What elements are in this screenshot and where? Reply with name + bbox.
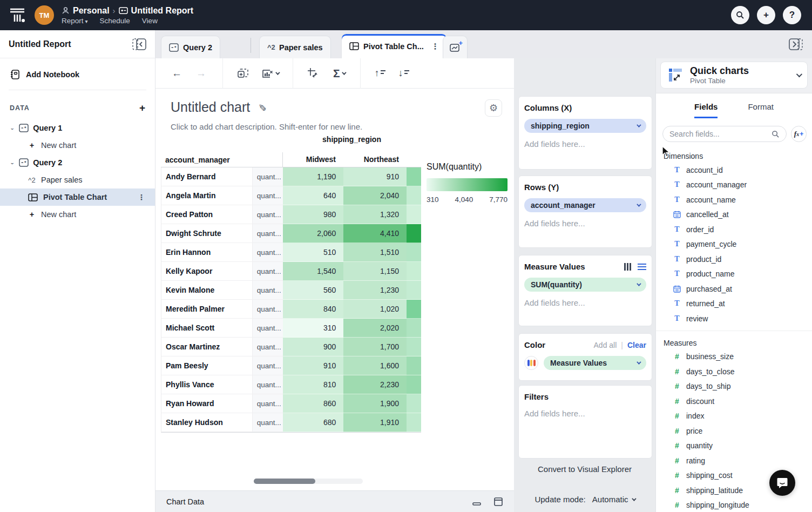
sidebar-new-chart-item[interactable]: +New chart	[0, 206, 155, 223]
pivot-partial-cell[interactable]	[407, 281, 421, 300]
collapse-sidebar-button[interactable]	[132, 38, 146, 50]
measure-values-add-fields[interactable]: Add fields here...	[524, 298, 646, 307]
maximize-panel-icon[interactable]	[493, 497, 503, 506]
app-logo-icon[interactable]	[0, 6, 35, 24]
chat-support-button[interactable]	[769, 470, 795, 496]
field-item-rating[interactable]: #rating	[656, 453, 812, 468]
measure-values-field-pill[interactable]: SUM(quantity)	[524, 278, 646, 292]
tab-format[interactable]: Format	[748, 102, 774, 118]
pivot-partial-cell[interactable]	[407, 205, 421, 224]
field-item-discount[interactable]: #discount	[656, 394, 812, 409]
pivot-value-cell[interactable]: 560	[283, 281, 344, 300]
pivot-partial-cell[interactable]	[407, 338, 421, 356]
tab-fields[interactable]: Fields	[694, 102, 718, 118]
tab-paper-sales[interactable]: ^2 Paper sales	[259, 36, 331, 58]
menu-report[interactable]: Report▾	[62, 17, 88, 25]
pivot-value-cell[interactable]: 840	[283, 300, 344, 319]
scrollbar-thumb[interactable]	[254, 479, 315, 484]
add-button[interactable]: +	[757, 6, 775, 24]
pivot-value-cell[interactable]: 810	[283, 375, 344, 394]
avatar[interactable]: TM	[35, 5, 54, 25]
field-item-purchased_at[interactable]: purchased_at	[656, 281, 812, 297]
add-notebook-button[interactable]: Add Notebook	[0, 58, 155, 87]
columns-layout-icon[interactable]	[624, 263, 631, 271]
pivot-value-cell[interactable]: 1,910	[343, 413, 407, 432]
pivot-value-cell[interactable]: 640	[283, 186, 344, 205]
remove-chart-element-button[interactable]	[262, 68, 279, 79]
color-field-pill[interactable]: Measure Values	[544, 356, 646, 370]
field-item-cancelled_at[interactable]: cancelled_at	[656, 207, 812, 223]
columns-x-add-fields[interactable]: Add fields here...	[524, 139, 646, 149]
pivot-value-cell[interactable]: 1,020	[343, 300, 407, 319]
sidebar-query-item[interactable]: ⌄*Query 2	[0, 154, 155, 171]
tab-query-2[interactable]: * Query 2	[161, 36, 220, 58]
pivot-value-cell[interactable]: 2,040	[343, 186, 407, 205]
pivot-value-cell[interactable]: 680	[283, 413, 344, 432]
filters-add-fields[interactable]: Add fields here...	[524, 409, 646, 418]
chart-settings-button[interactable]: ⚙	[485, 99, 502, 117]
help-button[interactable]: ?	[783, 6, 801, 24]
pivot-partial-cell[interactable]	[407, 413, 421, 432]
add-frame-button[interactable]	[237, 68, 249, 79]
undo-button[interactable]: ←	[172, 68, 182, 79]
chevron-down-icon[interactable]: ⌄	[10, 160, 15, 165]
pivot-partial-cell[interactable]	[407, 375, 421, 394]
field-item-days_to_ship[interactable]: #days_to_ship	[656, 379, 812, 394]
pivot-partial-cell[interactable]	[407, 356, 421, 375]
add-formula-button[interactable]: fx+	[791, 126, 807, 142]
rows-y-add-fields[interactable]: Add fields here...	[524, 219, 646, 228]
sidebar-item-pivot-table-chart[interactable]: Pivot Table Chart⋮	[0, 188, 155, 206]
pivot-partial-cell[interactable]	[407, 262, 421, 281]
pivot-partial-cell[interactable]	[407, 224, 421, 243]
new-chart-tab-button[interactable]: +	[443, 36, 468, 58]
pivot-value-cell[interactable]: 1,150	[343, 262, 407, 281]
pivot-partial-cell[interactable]	[407, 394, 421, 413]
add-data-button[interactable]: +	[139, 102, 145, 114]
field-item-account_manager[interactable]: Taccount_manager	[656, 178, 812, 193]
pivot-partial-cell[interactable]	[407, 167, 421, 186]
sort-ascending-button[interactable]: ↑	[375, 68, 385, 79]
field-item-product_id[interactable]: Tproduct_id	[656, 252, 812, 267]
color-palette-icon[interactable]	[524, 356, 538, 370]
pivot-partial-cell[interactable]	[407, 243, 421, 262]
pivot-value-cell[interactable]: 310	[283, 319, 344, 338]
pivot-value-cell[interactable]: 510	[283, 243, 344, 262]
sidebar-new-chart-item[interactable]: +New chart	[0, 137, 155, 154]
search-button[interactable]	[731, 6, 749, 24]
field-item-days_to_close[interactable]: #days_to_close	[656, 364, 812, 379]
pivot-partial-cell[interactable]	[407, 186, 421, 205]
menu-view[interactable]: View	[142, 17, 158, 25]
pivot-value-cell[interactable]: 4,410	[343, 224, 407, 243]
pivot-value-cell[interactable]: 1,600	[343, 356, 407, 375]
pivot-value-cell[interactable]: 910	[283, 356, 344, 375]
color-add-all-link[interactable]: Add all	[594, 341, 617, 349]
field-item-price[interactable]: #price	[656, 423, 812, 439]
chevron-down-icon[interactable]: ⌄	[10, 125, 15, 131]
field-item-product_name[interactable]: Tproduct_name	[656, 267, 812, 282]
pivot-value-cell[interactable]: 980	[283, 205, 344, 224]
edit-title-icon[interactable]: ✎	[256, 103, 268, 111]
horizontal-scrollbar[interactable]	[254, 479, 363, 484]
color-clear-link[interactable]: Clear	[627, 341, 646, 349]
columns-x-field-pill[interactable]: shipping_region	[524, 119, 646, 133]
pivot-col-header-northeast[interactable]: Northeast	[343, 152, 407, 167]
field-item-order_id[interactable]: Torder_id	[656, 222, 812, 237]
sidebar-item-paper-sales[interactable]: ^2Paper sales	[0, 171, 155, 188]
field-item-payment_cycle[interactable]: Tpayment_cycle	[656, 237, 812, 252]
field-item-review[interactable]: Treview	[656, 311, 812, 326]
swap-axes-button[interactable]	[307, 68, 319, 79]
pivot-value-cell[interactable]: 2,230	[343, 375, 407, 394]
search-fields-input[interactable]	[669, 130, 767, 138]
pivot-value-cell[interactable]: 1,540	[283, 262, 344, 281]
pivot-value-cell[interactable]: 1,230	[343, 281, 407, 300]
field-item-returned_at[interactable]: Treturned_at	[656, 297, 812, 312]
rows-y-field-pill[interactable]: account_manager	[524, 198, 646, 212]
sidebar-query-item[interactable]: ⌄*Query 1	[0, 119, 155, 137]
pivot-value-cell[interactable]: 2,060	[283, 224, 344, 243]
breadcrumb-report-title[interactable]: Untitled Report	[131, 6, 194, 16]
field-item-account_id[interactable]: Taccount_id	[656, 163, 812, 178]
convert-to-visual-explorer-button[interactable]: Convert to Visual Explorer	[514, 464, 655, 474]
update-mode-select[interactable]: Automatic	[592, 495, 635, 504]
menu-schedule[interactable]: Schedule	[100, 17, 130, 25]
pivot-value-cell[interactable]: 1,190	[283, 167, 344, 186]
